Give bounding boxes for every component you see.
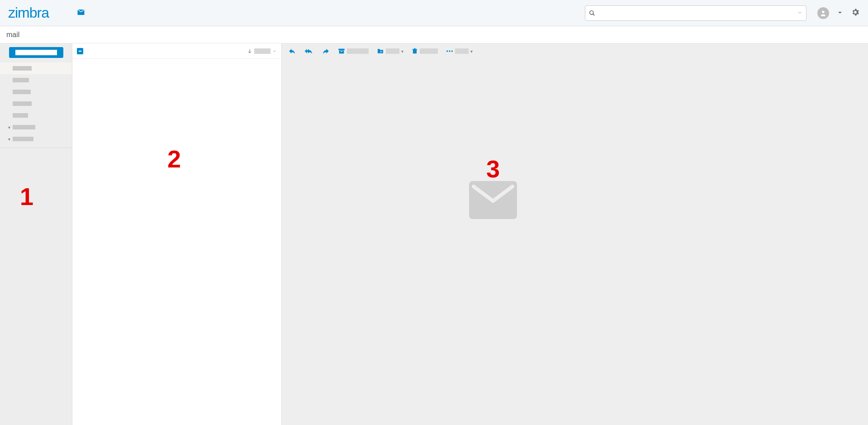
folder-label bbox=[13, 137, 33, 141]
forward-icon bbox=[322, 47, 330, 55]
svg-rect-9 bbox=[413, 50, 417, 53]
svg-point-13 bbox=[449, 50, 450, 52]
chevron-down-icon[interactable]: ▾ bbox=[6, 125, 12, 130]
more-button[interactable]: ▾ bbox=[446, 48, 473, 54]
app-header: zimbra bbox=[0, 0, 868, 26]
reading-pane: ▾ ▾ 3 bbox=[282, 43, 868, 425]
delete-button[interactable] bbox=[412, 48, 438, 55]
reply-button[interactable] bbox=[288, 47, 296, 55]
svg-rect-7 bbox=[341, 51, 342, 52]
folder-item[interactable]: ▾ bbox=[0, 133, 72, 145]
sort-dropdown[interactable] bbox=[247, 48, 277, 54]
account-dropdown-icon[interactable] bbox=[837, 10, 843, 17]
mail-icon[interactable] bbox=[76, 7, 86, 19]
archive-label bbox=[347, 48, 369, 54]
svg-rect-6 bbox=[339, 51, 344, 54]
folder-item[interactable] bbox=[0, 110, 72, 121]
folder-label bbox=[13, 78, 29, 82]
folder-label bbox=[13, 125, 35, 129]
message-list-pane: 2 bbox=[72, 43, 282, 425]
main-layout: ▾▾ 1 2 bbox=[0, 43, 868, 425]
reply-all-button[interactable] bbox=[304, 47, 313, 55]
annotation-2: 2 bbox=[167, 145, 181, 173]
svg-rect-11 bbox=[414, 48, 416, 49]
logo: zimbra bbox=[8, 5, 49, 21]
search-dropdown-icon[interactable] bbox=[797, 10, 802, 17]
archive-icon bbox=[338, 48, 345, 55]
trash-icon bbox=[412, 48, 418, 55]
avatar[interactable] bbox=[817, 7, 829, 19]
svg-point-14 bbox=[451, 50, 453, 52]
folder-label bbox=[13, 101, 32, 106]
breadcrumb-label: mail bbox=[6, 31, 19, 39]
svg-line-1 bbox=[593, 14, 595, 15]
chevron-down-icon[interactable]: ▾ bbox=[6, 137, 12, 142]
move-to-label bbox=[386, 48, 399, 54]
search-input[interactable] bbox=[595, 10, 797, 17]
delete-label bbox=[420, 48, 438, 54]
folder-icon bbox=[377, 48, 384, 55]
more-label bbox=[455, 48, 469, 54]
reply-icon bbox=[288, 47, 296, 55]
more-icon bbox=[446, 50, 453, 53]
folder-item[interactable] bbox=[0, 98, 72, 110]
chevron-down-icon: ▾ bbox=[401, 49, 403, 54]
compose-button[interactable] bbox=[9, 47, 63, 58]
svg-point-0 bbox=[590, 10, 593, 14]
folder-label bbox=[13, 113, 28, 118]
header-right bbox=[817, 7, 860, 19]
folder-list: ▾▾ bbox=[0, 62, 72, 148]
search-icon bbox=[589, 10, 595, 16]
sidebar: ▾▾ 1 bbox=[0, 43, 72, 425]
svg-point-2 bbox=[822, 10, 824, 13]
chevron-down-icon: ▾ bbox=[470, 49, 473, 54]
breadcrumb: mail bbox=[0, 26, 868, 43]
folder-item[interactable]: ▾ bbox=[0, 121, 72, 133]
settings-gear-icon[interactable] bbox=[851, 8, 860, 18]
svg-point-12 bbox=[446, 50, 448, 52]
forward-button[interactable] bbox=[322, 47, 330, 55]
folder-item[interactable] bbox=[0, 62, 72, 74]
svg-marker-3 bbox=[838, 12, 842, 14]
empty-envelope-icon bbox=[469, 181, 517, 220]
compose-label bbox=[15, 50, 57, 55]
search-box[interactable] bbox=[585, 5, 806, 21]
reading-body: 3 bbox=[282, 59, 868, 425]
folder-label bbox=[13, 90, 31, 94]
svg-rect-10 bbox=[413, 49, 417, 50]
archive-button[interactable] bbox=[338, 48, 369, 55]
move-to-button[interactable]: ▾ bbox=[377, 48, 403, 55]
message-list-header bbox=[72, 43, 281, 59]
folder-label bbox=[13, 66, 32, 71]
select-all-checkbox[interactable] bbox=[77, 48, 83, 54]
annotation-3: 3 bbox=[486, 155, 500, 183]
sort-label bbox=[254, 48, 270, 54]
sort-direction-icon bbox=[247, 48, 252, 54]
folder-item[interactable] bbox=[0, 86, 72, 98]
reply-all-icon bbox=[304, 47, 313, 55]
message-list-body: 2 bbox=[72, 59, 281, 425]
chevron-down-icon bbox=[272, 49, 277, 53]
message-toolbar: ▾ ▾ bbox=[282, 43, 868, 59]
svg-rect-5 bbox=[338, 49, 344, 50]
annotation-1: 1 bbox=[20, 182, 33, 210]
folder-item[interactable] bbox=[0, 74, 72, 86]
